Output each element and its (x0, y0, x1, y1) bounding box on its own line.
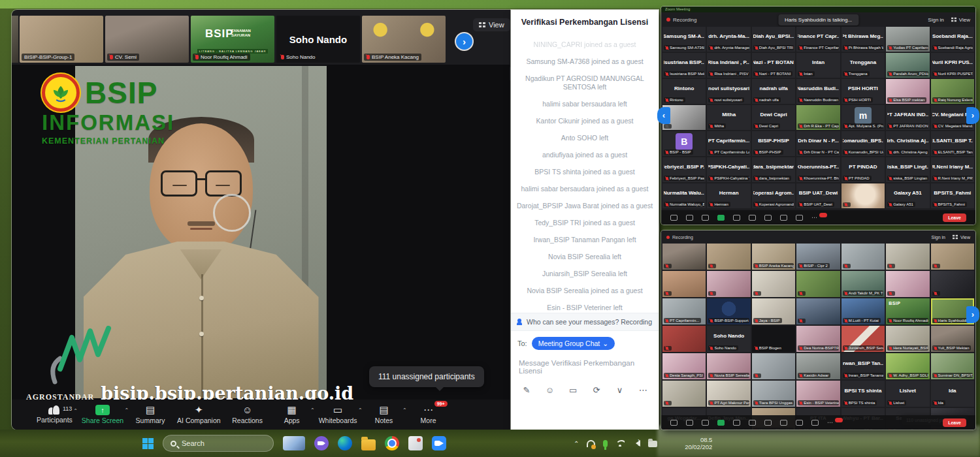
record-icon[interactable] (764, 420, 772, 426)
chrome-browser-icon[interactable] (385, 436, 399, 450)
participant-tile[interactable]: Novia BSIP Serealia (707, 353, 750, 379)
camera-app-icon[interactable] (314, 436, 329, 450)
participant-tile[interactable]: Nurmalita Walu...Nurmalita Waluyo_BP... (662, 183, 706, 208)
participant-tile[interactable] (752, 353, 795, 379)
participant-tile[interactable] (841, 244, 885, 270)
share-screen-icon[interactable] (717, 420, 725, 426)
participant-tile[interactable]: Drh Dinar N - P...Drh Dinar N - PT Capri… (796, 131, 840, 156)
participant-tile[interactable] (662, 244, 706, 270)
zoom-app-icon[interactable] (432, 436, 446, 450)
sign-in-link[interactable]: Sign in (928, 17, 943, 23)
participant-tile[interactable]: Risa Indriani , P...Risa Indriani , PISV (707, 53, 750, 78)
more-icon[interactable]: ⋯ (827, 420, 833, 426)
file-explorer-icon[interactable] (361, 439, 376, 450)
leave-button[interactable]: Leave (943, 418, 966, 427)
camera-icon[interactable] (670, 420, 678, 426)
participant-tile[interactable]: Yudias PT Caprifarmin... (886, 27, 929, 52)
participant-tile[interactable]: Finance PT Capr...Finance PT Caprifarmi.… (796, 27, 840, 52)
participants-icon[interactable] (702, 420, 709, 426)
chat-privacy-notice[interactable]: Who can see your messages? Recording (511, 313, 659, 331)
headset-icon[interactable] (587, 440, 595, 447)
chevron-up-icon[interactable]: ⌃ (358, 407, 363, 413)
toolbar-apps-button[interactable]: ▦Apps⌃ (272, 403, 312, 426)
security-icon[interactable] (686, 420, 693, 426)
participant-tile[interactable]: Komarudin_BPS...Komarudin_BPSI UAT (841, 131, 885, 156)
participant-tile[interactable]: BBSIP - BSIP (662, 131, 706, 156)
participant-tile[interactable] (707, 244, 750, 270)
participant-tile[interactable]: BSIP Biogen (752, 326, 795, 352)
participant-tile[interactable]: Desta Saragih_PSI Berke... (662, 353, 706, 379)
participant-tile[interactable]: R.Neni Iriany M...R.Neni Iriany M_PRTP (931, 157, 974, 182)
participant-tile[interactable]: Isustriana BSIP...Isustriana BSIP Mektan (662, 53, 706, 78)
chat-input[interactable]: Message Verifikasi Perkembangan Lisensi (511, 353, 659, 377)
participant-tile[interactable]: Juniarsih_BSIP Serealia (841, 326, 885, 352)
gallery-next-page-button[interactable]: › (966, 306, 979, 323)
participant-tile[interactable]: Suminar DN_BPSITAS (931, 353, 974, 379)
participant-tile[interactable]: IntanIntan (796, 53, 840, 78)
participant-tile[interactable]: Raiq Nunung Eslenti (931, 79, 974, 104)
microphone-icon[interactable] (603, 440, 608, 447)
participant-tile[interactable]: RintonoRintono (662, 79, 706, 104)
share-screen-icon[interactable] (717, 215, 725, 221)
participant-tile[interactable]: M.Lutfi - PT Kutai (841, 298, 885, 324)
widgets-preview[interactable] (283, 436, 305, 450)
participant-tile[interactable]: Hera Nuriayati_BSIP B... (886, 326, 929, 352)
chevron-down-icon[interactable]: ∨ (615, 385, 625, 395)
filmstrip-video-tile[interactable]: BSIP Aneka Kacang (362, 16, 446, 63)
participant-tile[interactable]: BSIP Aneka Kacang (752, 244, 795, 270)
whiteboards-icon[interactable] (796, 215, 803, 221)
snipping-tool-icon[interactable] (408, 436, 423, 450)
more-icon[interactable]: ⋯ (811, 215, 817, 221)
notes-icon[interactable] (811, 420, 819, 426)
participant-tile[interactable]: Soebandi Raja...Soebandi Raja Agricult..… (931, 27, 974, 52)
filmstrip-next-button[interactable]: › (456, 33, 472, 50)
participant-tile[interactable]: Kasidin Adwar (796, 353, 840, 379)
screenshot-icon[interactable]: ⟳ (591, 385, 602, 395)
record-icon[interactable] (764, 215, 772, 221)
filmstrip-video-tile[interactable]: Soho NandoSoho Nando (276, 16, 360, 63)
participant-tile[interactable]: Dewi CapriDewi Capri (752, 105, 795, 130)
whiteboards-icon[interactable] (796, 420, 803, 426)
participant-tile[interactable]: Tiara BPSI Unggas Ja... (752, 381, 795, 407)
participant-tile[interactable]: Drh R.Eka - PT Caprifar... (796, 105, 840, 130)
toolbar-ai-button[interactable]: ✦AI Companion (174, 403, 223, 426)
participant-tile[interactable]: BISIP - Cipr 2 (796, 244, 840, 270)
filmstrip-video-tile[interactable]: CV. Semi (105, 16, 189, 63)
toolbar-whiteboards-button[interactable]: ▭Whiteboards⌃ (316, 403, 360, 426)
participant-tile[interactable]: Pandah Arum_PDHorti (886, 53, 929, 78)
toolbar-share-button[interactable]: ↑Share Screen⌃ (79, 403, 126, 426)
participant-tile[interactable]: Dea Norina-BSIPTRO... (796, 326, 840, 352)
participants-icon[interactable] (702, 215, 709, 221)
apps-icon[interactable] (780, 215, 787, 221)
volume-icon[interactable] (632, 440, 640, 447)
toolbar-summary-button[interactable]: ▤Summary (130, 403, 171, 426)
participant-tile[interactable]: Samsung SM-A...Samsung SM-A7368 (662, 27, 706, 52)
participant-tile[interactable] (752, 271, 795, 297)
participant-tile[interactable] (796, 298, 840, 324)
participant-tile[interactable] (662, 326, 706, 352)
participant-tile[interactable]: nadrah ulfanadrah ulfa (752, 79, 795, 104)
participant-tile[interactable]: PT Agri Makmur Perkasa (707, 381, 750, 407)
participant-tile[interactable]: novi sulistyosarinovi sulistyosari (707, 79, 750, 104)
view-button[interactable]: View (473, 18, 510, 31)
participant-tile[interactable]: BSIPNoor Roufiq Ahmadi (886, 298, 929, 324)
participant-tile[interactable]: BPSI TS shintaBPSI TS shinta (841, 381, 885, 407)
view-button[interactable]: View (952, 234, 970, 240)
format-text-icon[interactable]: ✎ (521, 385, 532, 395)
participant-tile[interactable]: dara_bsipmektandara_bsipmektan (752, 157, 795, 182)
participant-tile[interactable]: Nazi - PT BOTANINazi - PT BOTANI (752, 53, 795, 78)
participant-tile[interactable]: BISIP-PHSIPBSIP-PHSIP (752, 131, 795, 156)
gallery-next-page-button[interactable]: › (966, 107, 979, 124)
participant-tile[interactable]: drh. Arynta-Ma...drh. Arynta-Manager P..… (707, 27, 750, 52)
participant-tile[interactable]: BPSITS_FahmiBPSITS_Fahmi (931, 183, 974, 208)
participant-tile[interactable]: ELSANTI_BSIP T...ELSANTI_BSIP Tanah A... (931, 131, 974, 156)
participant-tile[interactable]: PT Caprifarmin...PT Caprifarmindo Lab... (707, 131, 750, 156)
participant-tile[interactable]: Galaxy A51Galaxy A51 (886, 183, 929, 208)
participant-tile[interactable]: Nasruddin Budi...Nasruddin Budiman (796, 79, 840, 104)
participant-tile[interactable]: PSIPKH-Cahyati...PSIPKH-Cahyatina Tri ..… (707, 157, 750, 182)
security-icon[interactable] (686, 215, 693, 221)
attach-file-icon[interactable]: ▭ (568, 385, 578, 395)
participant-tile[interactable]: PT Caprifarmin... (662, 298, 706, 324)
toolbar-reactions-button[interactable]: ☺Reactions (227, 403, 268, 426)
emoji-icon[interactable]: ☺ (545, 385, 555, 395)
